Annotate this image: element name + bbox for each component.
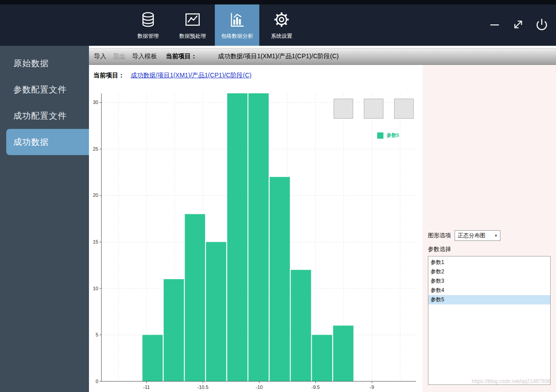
param-list-item-4[interactable]: 参数4 [428, 286, 550, 295]
graph-options-row: 图形选项 正态分布图 ▼ [428, 230, 500, 241]
bar-chart-icon [229, 10, 246, 29]
param-list-item-1[interactable]: 参数1 [428, 258, 550, 267]
window-controls [488, 18, 549, 32]
toolbar: 导入 导出 导入模板 当前项目： 成功数据/项目1(XM1)/产品1(CP1)/… [89, 48, 556, 65]
current-project-label: 当前项目： [166, 52, 197, 60]
minimize-button[interactable] [488, 18, 502, 32]
topnav-item-4[interactable]: 系统设置 [259, 4, 304, 46]
param-listbox: 参数1参数2参数3参数4参数5 [428, 256, 551, 385]
param-label: 参数5 [431, 296, 444, 303]
topnav-item-label: 数据管理 [137, 32, 159, 40]
minimize-icon [488, 18, 501, 33]
maximize-icon [512, 18, 525, 33]
chevron-down-icon: ▼ [494, 234, 498, 238]
svg-text:-10: -10 [256, 384, 263, 390]
param-list-item-5[interactable]: 参数5 [428, 295, 550, 304]
gear-icon [273, 10, 290, 29]
chart-tool-button-3[interactable] [394, 99, 414, 119]
svg-text:20: 20 [93, 192, 98, 198]
project-row: 当前项目： 成功数据/项目1(XM1)/产品1(CP1)/C阶段(C) [89, 65, 423, 86]
project-row-label: 当前项目： [93, 72, 125, 80]
legend-label: 参数5 [387, 132, 399, 139]
topnav-item-label: 包络数据分析 [221, 32, 253, 40]
power-button[interactable] [535, 18, 549, 32]
graph-option-label: 图形选项 [428, 232, 451, 240]
param-select-label: 参数选择 [428, 245, 451, 253]
power-icon [536, 18, 548, 32]
svg-text:15: 15 [93, 239, 98, 244]
current-project-link[interactable]: 成功数据/项目1(XM1)/产品1(CP1)/C阶段(C) [131, 72, 251, 80]
svg-text:-11: -11 [143, 384, 150, 390]
svg-text:10: 10 [93, 286, 98, 291]
current-project-value: 成功数据/项目1(XM1)/产品1(CP1)/C阶段(C) [218, 52, 338, 60]
topnav-item-2[interactable]: 数据预处理 [170, 4, 215, 46]
svg-text:30: 30 [93, 100, 98, 105]
graph-type-value: 正态分布图 [458, 232, 486, 240]
sidebar-item-2[interactable]: 参数配置文件 [0, 76, 89, 103]
topnav-item-1[interactable]: 数据管理 [126, 4, 170, 46]
sidebar-item-1[interactable]: 原始数据 [0, 50, 89, 76]
param-list-item-2[interactable]: 参数2 [428, 267, 550, 276]
import-button[interactable]: 导入 [93, 52, 108, 61]
topnav-item-label: 系统设置 [271, 32, 292, 40]
param-label: 参数1 [431, 259, 444, 265]
app-window: 数据管理数据预处理包络数据分析系统设置 原始数据参数配置文件成功配置文件成功数据… [0, 0, 556, 392]
svg-text:-10.5: -10.5 [197, 384, 209, 390]
svg-text:-9: -9 [370, 384, 374, 390]
topbar: 数据管理数据预处理包络数据分析系统设置 [0, 0, 556, 46]
sidebar-item-label: 原始数据 [13, 58, 49, 69]
options-panel: 图形选项 正态分布图 ▼ 参数选择 参数1参数2参数3参数4参数5 [423, 65, 556, 392]
svg-text:25: 25 [93, 146, 98, 152]
sidebar-item-label: 成功配置文件 [13, 110, 67, 122]
param-label: 参数4 [431, 287, 444, 293]
sidebar-item-label: 成功数据 [13, 136, 49, 148]
svg-text:0: 0 [96, 379, 98, 384]
svg-text:-9.5: -9.5 [311, 384, 320, 390]
import-template-button[interactable]: 导入模板 [131, 52, 158, 61]
topnav-item-3[interactable]: 包络数据分析 [215, 4, 259, 46]
chart-toolbar [334, 99, 414, 119]
sidebar-item-label: 参数配置文件 [13, 84, 67, 96]
sidebar: 原始数据参数配置文件成功配置文件成功数据 [0, 46, 89, 392]
database-icon [140, 10, 157, 29]
top-nav: 数据管理数据预处理包络数据分析系统设置 [126, 4, 304, 46]
svg-text:5: 5 [96, 332, 98, 337]
param-label: 参数3 [431, 278, 444, 284]
graph-type-dropdown[interactable]: 正态分布图 ▼ [455, 230, 500, 241]
param-list-item-3[interactable]: 参数3 [428, 276, 550, 286]
maximize-button[interactable] [511, 18, 525, 32]
chart-area: 051015202530-11-10.5-10-9.5-9 参数5 [89, 86, 423, 392]
histogram-chart: 051015202530-11-10.5-10-9.5-9 [89, 86, 422, 392]
legend: 参数5 [377, 132, 399, 139]
chart-tool-button-1[interactable] [334, 99, 353, 119]
export-button: 导出 [112, 52, 127, 61]
sidebar-item-3[interactable]: 成功配置文件 [0, 103, 89, 129]
sidebar-item-4[interactable]: 成功数据 [6, 129, 89, 155]
line-chart-icon [184, 10, 201, 29]
topnav-item-label: 数据预处理 [179, 32, 206, 40]
param-label: 参数2 [431, 268, 444, 275]
titlebar-strip [0, 0, 556, 4]
legend-swatch [377, 132, 383, 139]
chart-tool-button-2[interactable] [364, 99, 383, 119]
watermark: https://blog.csdn.net/qq21497936 [472, 378, 551, 384]
